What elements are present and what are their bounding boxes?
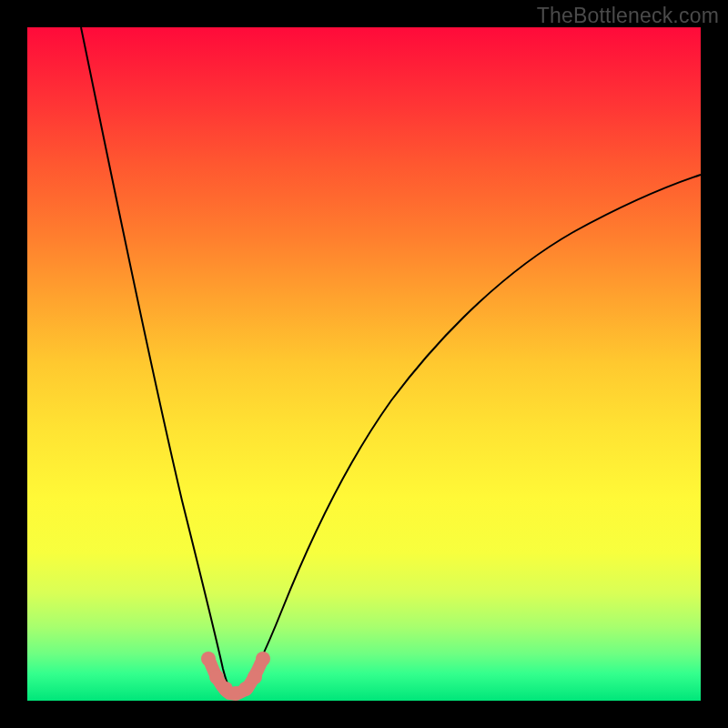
chart-svg <box>27 27 701 701</box>
curve-right-branch <box>241 175 701 693</box>
valley-marker-dot <box>256 652 270 666</box>
watermark-text: TheBottleneck.com <box>537 4 719 28</box>
valley-marker-dot <box>248 670 262 684</box>
valley-marker-dot <box>201 652 216 666</box>
valley-marker-group <box>201 652 270 701</box>
valley-marker-dot <box>238 682 253 696</box>
chart-frame: TheBottleneck.com <box>0 0 728 728</box>
valley-marker-dot <box>209 670 224 684</box>
curve-left-branch <box>81 27 232 693</box>
